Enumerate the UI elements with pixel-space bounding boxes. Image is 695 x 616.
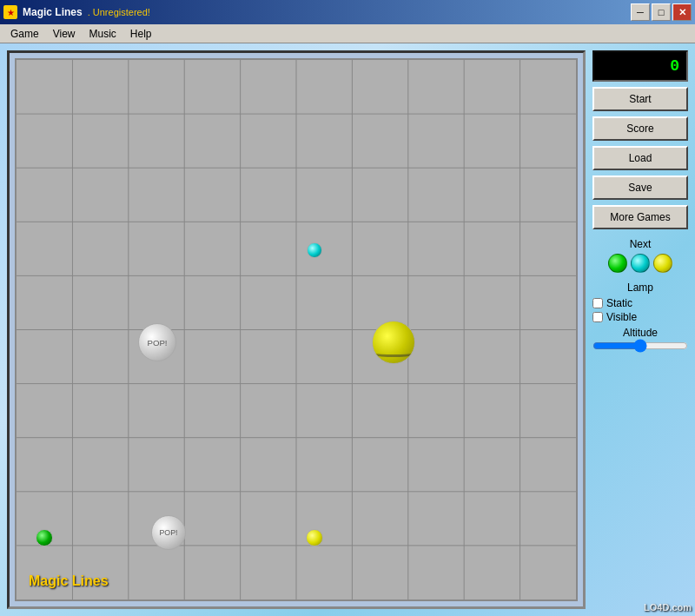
lamp-section: Lamp Static Visible Altitude: [592, 282, 688, 356]
altitude-label: Altitude: [592, 327, 688, 339]
menu-game[interactable]: Game: [3, 26, 46, 42]
magic-lines-watermark: Magic Lines: [29, 573, 109, 589]
title-bar-left: ★ Magic Lines . Unregistered!: [3, 5, 150, 19]
next-ball-cyan: [631, 254, 650, 273]
lamp-label: Lamp: [592, 282, 688, 294]
static-checkbox[interactable]: [592, 298, 603, 308]
altitude-slider[interactable]: [592, 339, 688, 353]
game-area: POP!POP! Magic Lines: [7, 50, 586, 609]
game-ball-white[interactable]: POP!: [138, 323, 176, 361]
visible-checkbox[interactable]: [592, 312, 603, 322]
game-ball-cyan_small[interactable]: [307, 242, 322, 258]
window-title: Magic Lines: [23, 6, 83, 18]
minimize-button[interactable]: ─: [631, 3, 650, 21]
next-balls: [592, 254, 688, 273]
next-ball-yellow: [653, 254, 672, 273]
visible-label: Visible: [606, 311, 637, 323]
next-section: Next: [592, 238, 688, 273]
score-value: 0: [670, 57, 679, 75]
altitude-slider-container: [592, 339, 688, 356]
next-label: Next: [592, 238, 688, 250]
score-button[interactable]: Score: [592, 116, 688, 141]
lo4d-watermark: LO4D.com: [644, 602, 692, 613]
more-games-button[interactable]: More Games: [592, 205, 688, 229]
static-row: Static: [592, 297, 688, 309]
static-label: Static: [606, 297, 632, 309]
game-ball-yellow_small[interactable]: [306, 529, 323, 546]
next-ball-green: [608, 254, 627, 273]
game-grid: [17, 60, 576, 599]
load-button[interactable]: Load: [592, 146, 688, 170]
menu-bar: Game View Music Help: [0, 24, 695, 43]
game-board-wrapper: POP!POP! Magic Lines: [7, 50, 586, 609]
title-controls: ─ □ ✕: [631, 3, 692, 21]
menu-music[interactable]: Music: [82, 26, 122, 42]
game-ball-tennis[interactable]: [372, 321, 415, 364]
menu-help[interactable]: Help: [123, 26, 159, 42]
visible-row: Visible: [592, 311, 688, 323]
unregistered-text: . Unregistered!: [88, 7, 150, 17]
maximize-button[interactable]: □: [652, 3, 671, 21]
title-bar: ★ Magic Lines . Unregistered! ─ □ ✕: [0, 0, 695, 24]
game-ball-green_small[interactable]: [36, 529, 53, 546]
game-ball-white2[interactable]: POP!: [151, 515, 186, 550]
sidebar: 0 Start Score Load Save More Games Next …: [592, 50, 688, 609]
main-content: POP!POP! Magic Lines 0 Start Score Load …: [0, 43, 695, 616]
game-board[interactable]: POP!POP! Magic Lines: [15, 58, 578, 601]
app-icon: ★: [3, 5, 17, 19]
menu-view[interactable]: View: [46, 26, 83, 42]
start-button[interactable]: Start: [592, 87, 688, 111]
score-display: 0: [592, 50, 688, 82]
save-button[interactable]: Save: [592, 176, 688, 200]
close-button[interactable]: ✕: [672, 3, 692, 21]
